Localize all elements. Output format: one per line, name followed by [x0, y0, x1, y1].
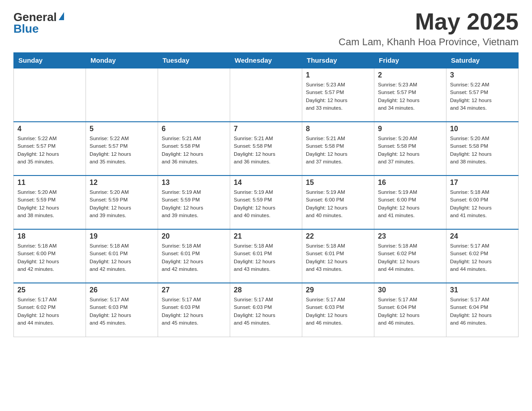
- calendar-cell: 30Sunrise: 5:17 AM Sunset: 6:04 PM Dayli…: [374, 283, 446, 337]
- logo: General Blue: [13, 9, 64, 34]
- day-number: 8: [306, 125, 370, 133]
- day-number: 17: [450, 179, 515, 187]
- calendar-cell: 8Sunrise: 5:21 AM Sunset: 5:58 PM Daylig…: [302, 122, 374, 176]
- day-number: 30: [378, 286, 442, 294]
- day-number: 10: [450, 125, 515, 133]
- calendar-cell: 15Sunrise: 5:19 AM Sunset: 6:00 PM Dayli…: [302, 176, 374, 229]
- calendar-week-row: 18Sunrise: 5:18 AM Sunset: 6:00 PM Dayli…: [14, 229, 519, 283]
- day-info: Sunrise: 5:22 AM Sunset: 5:57 PM Dayligh…: [450, 81, 515, 112]
- day-info: Sunrise: 5:19 AM Sunset: 5:59 PM Dayligh…: [234, 188, 298, 219]
- day-info: Sunrise: 5:22 AM Sunset: 5:57 PM Dayligh…: [17, 135, 82, 166]
- calendar-cell: 28Sunrise: 5:17 AM Sunset: 6:03 PM Dayli…: [230, 283, 302, 337]
- calendar-cell: 24Sunrise: 5:17 AM Sunset: 6:02 PM Dayli…: [446, 229, 519, 283]
- calendar-cell: [86, 68, 158, 122]
- day-number: 23: [378, 232, 442, 240]
- calendar-cell: 7Sunrise: 5:21 AM Sunset: 5:58 PM Daylig…: [230, 122, 302, 176]
- calendar-cell: [158, 68, 230, 122]
- calendar-cell: 27Sunrise: 5:17 AM Sunset: 6:03 PM Dayli…: [158, 283, 230, 337]
- day-number: 16: [378, 179, 442, 187]
- day-number: 4: [17, 125, 82, 133]
- day-info: Sunrise: 5:17 AM Sunset: 6:03 PM Dayligh…: [306, 296, 370, 327]
- day-info: Sunrise: 5:18 AM Sunset: 6:01 PM Dayligh…: [162, 242, 226, 273]
- day-number: 22: [306, 232, 370, 240]
- calendar-cell: 21Sunrise: 5:18 AM Sunset: 6:01 PM Dayli…: [230, 229, 302, 283]
- calendar-cell: 23Sunrise: 5:18 AM Sunset: 6:02 PM Dayli…: [374, 229, 446, 283]
- day-info: Sunrise: 5:22 AM Sunset: 5:57 PM Dayligh…: [90, 135, 154, 166]
- calendar-cell: 11Sunrise: 5:20 AM Sunset: 5:59 PM Dayli…: [14, 176, 86, 229]
- day-info: Sunrise: 5:17 AM Sunset: 6:03 PM Dayligh…: [234, 296, 298, 327]
- page-header: General Blue May 2025 Cam Lam, Khanh Hoa…: [13, 9, 519, 48]
- calendar-week-row: 4Sunrise: 5:22 AM Sunset: 5:57 PM Daylig…: [14, 122, 519, 176]
- day-info: Sunrise: 5:18 AM Sunset: 6:02 PM Dayligh…: [378, 242, 442, 273]
- day-number: 28: [234, 286, 298, 294]
- day-number: 20: [162, 232, 226, 240]
- calendar-cell: 5Sunrise: 5:22 AM Sunset: 5:57 PM Daylig…: [86, 122, 158, 176]
- day-number: 21: [234, 232, 298, 240]
- calendar-table: SundayMondayTuesdayWednesdayThursdayFrid…: [13, 52, 519, 337]
- day-number: 19: [90, 232, 154, 240]
- calendar-cell: 13Sunrise: 5:19 AM Sunset: 5:59 PM Dayli…: [158, 176, 230, 229]
- calendar-cell: 25Sunrise: 5:17 AM Sunset: 6:02 PM Dayli…: [14, 283, 86, 337]
- day-of-week-header: Saturday: [446, 53, 519, 68]
- day-number: 24: [450, 232, 515, 240]
- day-info: Sunrise: 5:19 AM Sunset: 6:00 PM Dayligh…: [378, 188, 442, 219]
- day-number: 3: [450, 71, 515, 79]
- calendar-cell: 14Sunrise: 5:19 AM Sunset: 5:59 PM Dayli…: [230, 176, 302, 229]
- day-info: Sunrise: 5:21 AM Sunset: 5:58 PM Dayligh…: [162, 135, 226, 166]
- day-info: Sunrise: 5:23 AM Sunset: 5:57 PM Dayligh…: [306, 81, 370, 112]
- day-number: 2: [378, 71, 442, 79]
- calendar-cell: 31Sunrise: 5:17 AM Sunset: 6:04 PM Dayli…: [446, 283, 519, 337]
- day-of-week-header: Tuesday: [158, 53, 230, 68]
- calendar-cell: 9Sunrise: 5:20 AM Sunset: 5:58 PM Daylig…: [374, 122, 446, 176]
- day-number: 7: [234, 125, 298, 133]
- calendar-cell: 20Sunrise: 5:18 AM Sunset: 6:01 PM Dayli…: [158, 229, 230, 283]
- day-info: Sunrise: 5:23 AM Sunset: 5:57 PM Dayligh…: [378, 81, 442, 112]
- day-number: 9: [378, 125, 442, 133]
- day-number: 6: [162, 125, 226, 133]
- calendar-cell: [14, 68, 86, 122]
- day-number: 27: [162, 286, 226, 294]
- day-info: Sunrise: 5:20 AM Sunset: 5:58 PM Dayligh…: [450, 135, 515, 166]
- day-info: Sunrise: 5:21 AM Sunset: 5:58 PM Dayligh…: [234, 135, 298, 166]
- day-info: Sunrise: 5:17 AM Sunset: 6:04 PM Dayligh…: [450, 296, 515, 327]
- calendar-cell: 17Sunrise: 5:18 AM Sunset: 6:00 PM Dayli…: [446, 176, 519, 229]
- day-number: 15: [306, 179, 370, 187]
- day-info: Sunrise: 5:21 AM Sunset: 5:58 PM Dayligh…: [306, 135, 370, 166]
- calendar-cell: 6Sunrise: 5:21 AM Sunset: 5:58 PM Daylig…: [158, 122, 230, 176]
- day-number: 13: [162, 179, 226, 187]
- day-info: Sunrise: 5:17 AM Sunset: 6:04 PM Dayligh…: [378, 296, 442, 327]
- day-info: Sunrise: 5:18 AM Sunset: 6:01 PM Dayligh…: [90, 242, 154, 273]
- day-number: 5: [90, 125, 154, 133]
- day-info: Sunrise: 5:20 AM Sunset: 5:58 PM Dayligh…: [378, 135, 442, 166]
- day-info: Sunrise: 5:17 AM Sunset: 6:02 PM Dayligh…: [450, 242, 515, 273]
- day-number: 29: [306, 286, 370, 294]
- day-info: Sunrise: 5:17 AM Sunset: 6:02 PM Dayligh…: [17, 296, 82, 327]
- day-number: 14: [234, 179, 298, 187]
- calendar-week-row: 1Sunrise: 5:23 AM Sunset: 5:57 PM Daylig…: [14, 68, 519, 122]
- calendar-cell: 2Sunrise: 5:23 AM Sunset: 5:57 PM Daylig…: [374, 68, 446, 122]
- location-title: Cam Lam, Khanh Hoa Province, Vietnam: [339, 36, 519, 48]
- calendar-cell: 18Sunrise: 5:18 AM Sunset: 6:00 PM Dayli…: [14, 229, 86, 283]
- logo-blue-text: Blue: [13, 23, 39, 34]
- day-of-week-header: Sunday: [14, 53, 86, 68]
- calendar-cell: 1Sunrise: 5:23 AM Sunset: 5:57 PM Daylig…: [302, 68, 374, 122]
- calendar-cell: [230, 68, 302, 122]
- logo-triangle-icon: [59, 12, 64, 20]
- day-number: 11: [17, 179, 82, 187]
- calendar-cell: 19Sunrise: 5:18 AM Sunset: 6:01 PM Dayli…: [86, 229, 158, 283]
- calendar-cell: 12Sunrise: 5:20 AM Sunset: 5:59 PM Dayli…: [86, 176, 158, 229]
- day-number: 25: [17, 286, 82, 294]
- title-block: May 2025 Cam Lam, Khanh Hoa Province, Vi…: [339, 9, 519, 48]
- calendar-week-row: 11Sunrise: 5:20 AM Sunset: 5:59 PM Dayli…: [14, 176, 519, 229]
- day-number: 1: [306, 71, 370, 79]
- calendar-header-row: SundayMondayTuesdayWednesdayThursdayFrid…: [14, 53, 519, 68]
- day-info: Sunrise: 5:20 AM Sunset: 5:59 PM Dayligh…: [17, 188, 82, 219]
- day-number: 12: [90, 179, 154, 187]
- day-info: Sunrise: 5:18 AM Sunset: 6:00 PM Dayligh…: [17, 242, 82, 273]
- day-of-week-header: Friday: [374, 53, 446, 68]
- day-info: Sunrise: 5:18 AM Sunset: 6:01 PM Dayligh…: [306, 242, 370, 273]
- day-number: 31: [450, 286, 515, 294]
- month-title: May 2025: [339, 9, 519, 34]
- day-info: Sunrise: 5:19 AM Sunset: 6:00 PM Dayligh…: [306, 188, 370, 219]
- day-info: Sunrise: 5:18 AM Sunset: 6:00 PM Dayligh…: [450, 188, 515, 219]
